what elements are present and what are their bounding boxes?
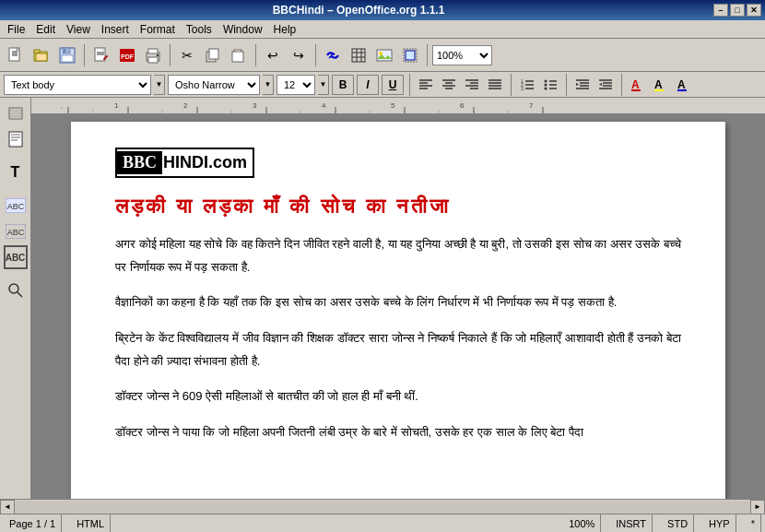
font-color-button[interactable]: A [628,75,648,95]
svg-point-62 [545,87,547,89]
menu-edit[interactable]: Edit [30,21,61,38]
undo-button[interactable]: ↩ [261,43,285,67]
scroll-left-button[interactable]: ◄ [0,500,15,514]
svg-rect-11 [64,49,65,53]
document[interactable]: BBC HINDI.com लड़की या लड़का माँ की सोच … [71,122,725,499]
align-center-button[interactable] [439,75,459,95]
menu-file[interactable]: File [2,21,30,38]
svg-rect-27 [352,49,365,62]
align-right-button[interactable] [462,75,482,95]
svg-text:ABC: ABC [6,228,24,237]
svg-rect-79 [677,89,687,91]
para-5: डॉक्टर जोन्स ने पाया कि जो महिला अपनी जि… [115,421,681,444]
insert-mode: INSRT [610,514,653,532]
selection-mode: STD [662,514,694,532]
menu-tools[interactable]: Tools [181,21,218,38]
numbered-list-button[interactable]: 1.2.3. [517,75,537,95]
svg-rect-7 [36,53,47,61]
bbc-black-box: BBC [117,151,162,174]
para-2: वैज्ञानिकों का कहना है कि यहाँ तक कि इस … [115,291,681,314]
toolbar-sep-3 [255,44,256,66]
italic-button[interactable]: I [357,75,379,95]
new-button[interactable] [4,43,28,67]
left-toolbar: T ABC ABC ABC [0,98,31,499]
font-selector[interactable]: Osho Narrow [168,75,260,95]
svg-rect-35 [406,51,415,60]
svg-text:2: 2 [183,101,188,110]
page-layout-icon[interactable] [4,127,28,151]
svg-text:A: A [654,78,663,91]
edit-file-button[interactable] [89,43,113,67]
toolbar-sep-2 [170,44,171,66]
zoom-selector[interactable]: 100% 75% 150% [432,45,492,65]
menu-help[interactable]: Help [268,21,302,38]
svg-text:1: 1 [114,101,119,110]
menu-format[interactable]: Format [135,21,181,38]
style-selector[interactable]: Text body [4,75,151,95]
ruler-area: . 1 2 3 4 5 6 7 [31,98,765,499]
text-tool-icon[interactable]: T [4,160,28,184]
menu-window[interactable]: Window [218,21,268,38]
toolbar: PDF ✂ ↩ ↪ 100% 75% 150% [0,39,765,72]
page-info: Page 1 / 1 [4,514,62,532]
menu-insert[interactable]: Insert [96,21,135,38]
table-button[interactable] [347,43,371,67]
zoom-icon[interactable] [4,101,28,125]
horizontal-scrollbar[interactable]: ◄ ► [0,499,765,514]
highlight-button[interactable]: A [651,75,671,95]
close-button[interactable]: ✕ [747,4,761,17]
svg-rect-20 [157,54,159,56]
svg-text:A: A [631,78,640,91]
pdf-button[interactable]: PDF [115,43,139,67]
cut-button[interactable]: ✂ [175,43,199,67]
format-sep-2 [511,74,512,96]
size-dropdown-arrow[interactable]: ▼ [318,75,329,95]
format-bar: Text body ▼ Osho Narrow ▼ 12 8 10 14 16 … [0,72,765,98]
svg-point-92 [9,284,18,293]
indent-more-button[interactable] [572,75,593,95]
format-sep-1 [409,74,410,96]
align-left-button[interactable] [416,75,436,95]
scroll-right-button[interactable]: ► [750,500,765,514]
bold-button[interactable]: B [332,75,354,95]
content-area: T ABC ABC ABC . 1 2 [0,98,765,499]
font-dropdown-arrow[interactable]: ▼ [263,75,274,95]
minimize-button[interactable]: – [713,4,728,17]
h-scroll-track [15,501,750,514]
open-button[interactable] [29,43,53,67]
para-4: डॉक्टर जोन्स ने 609 ऐसी महिलाओं से बातची… [115,385,681,408]
svg-text:7: 7 [529,101,534,110]
char-background-button[interactable]: A [674,75,694,95]
size-selector[interactable]: 12 8 10 14 16 [277,75,315,95]
svg-rect-25 [235,50,241,52]
underline-button[interactable]: U [382,75,404,95]
svg-rect-77 [654,89,664,91]
search-icon[interactable] [4,278,28,302]
svg-text:ABC: ABC [6,202,24,211]
style-dropdown-arrow[interactable]: ▼ [154,75,165,95]
window-title: BBCHindi – OpenOffice.org 1.1.1 [4,4,713,17]
doc-type: HTML [71,514,111,532]
svg-line-93 [18,292,22,297]
insert-image-button[interactable] [372,43,396,67]
print-button[interactable] [141,43,165,67]
restore-button[interactable]: □ [730,4,745,17]
title-bar: BBCHindi – OpenOffice.org 1.1.1 – □ ✕ [0,0,765,20]
bbc-hindi-text: HINDI.com [162,153,247,172]
align-justify-button[interactable] [485,75,505,95]
abc-box-icon[interactable]: ABC [4,245,28,269]
hyperlink-button[interactable] [321,43,345,67]
paste-button[interactable] [227,43,251,67]
menu-view[interactable]: View [61,21,96,38]
window-controls[interactable]: – □ ✕ [713,4,761,17]
bullet-list-button[interactable] [540,75,560,95]
abc-text-icon[interactable]: ABC [4,219,28,243]
save-button[interactable] [55,43,79,67]
insert-frame-button[interactable] [398,43,422,67]
copy-button[interactable] [201,43,225,67]
toolbar-sep-5 [427,44,428,66]
abc-label-icon[interactable]: ABC [4,194,28,218]
redo-button[interactable]: ↪ [287,43,311,67]
indent-less-button[interactable] [595,75,616,95]
svg-rect-84 [9,132,22,147]
